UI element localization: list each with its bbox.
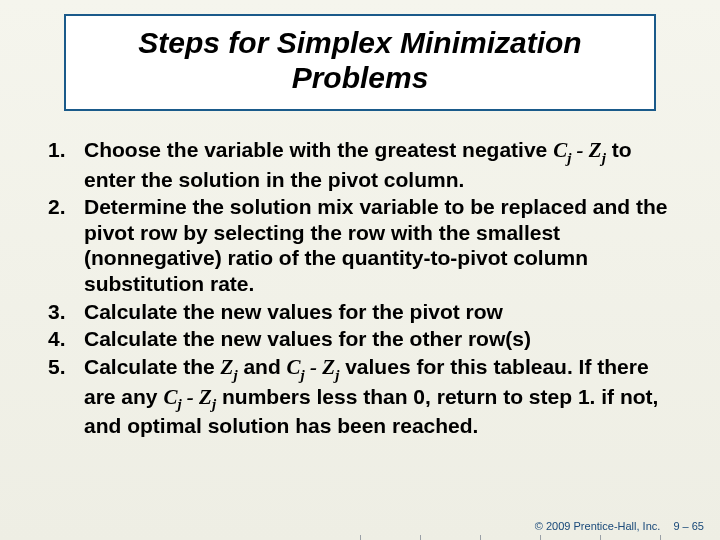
math-minus: -: [571, 138, 589, 162]
math-Z: Z: [322, 355, 335, 379]
title-box: Steps for Simplex Minimization Problems: [64, 14, 656, 111]
math-Z: Z: [199, 385, 212, 409]
math-and: and: [238, 355, 287, 378]
page-number: 9 – 65: [673, 520, 704, 532]
math-sub-j: j: [602, 150, 606, 166]
slide-title: Steps for Simplex Minimization Problems: [82, 26, 638, 95]
list-item: Determine the solution mix variable to b…: [38, 194, 682, 296]
math-C: C: [287, 355, 301, 379]
list-item: Choose the variable with the greatest ne…: [38, 137, 682, 192]
math-C: C: [163, 385, 177, 409]
list-item: Calculate the new values for the other r…: [38, 326, 682, 352]
step-text: Calculate the: [84, 355, 221, 378]
footer: © 2009 Prentice-Hall, Inc. 9 – 65: [535, 520, 704, 532]
list-item: Calculate the Zj and Cj - Zj values for …: [38, 354, 682, 439]
step-text: Calculate the new values for the pivot r…: [84, 300, 503, 323]
math-sub-j: j: [212, 396, 216, 412]
math-minus: -: [182, 385, 200, 409]
step-text: Calculate the new values for the other r…: [84, 327, 531, 350]
math-sub-j: j: [335, 367, 339, 383]
list-item: Calculate the new values for the pivot r…: [38, 299, 682, 325]
math-sub-j: j: [177, 396, 181, 412]
ruler-ticks: [0, 534, 720, 540]
steps-list: Choose the variable with the greatest ne…: [38, 137, 682, 439]
math-Z: Z: [221, 355, 234, 379]
math-sub-j: j: [301, 367, 305, 383]
slide: Steps for Simplex Minimization Problems …: [0, 0, 720, 540]
step-text: Determine the solution mix variable to b…: [84, 195, 667, 295]
math-Z: Z: [589, 138, 602, 162]
content-area: Choose the variable with the greatest ne…: [28, 137, 692, 439]
math-C: C: [553, 138, 567, 162]
math-sub-j: j: [233, 367, 237, 383]
copyright-text: © 2009 Prentice-Hall, Inc.: [535, 520, 661, 532]
step-text: Choose the variable with the greatest ne…: [84, 138, 553, 161]
math-sub-j: j: [567, 150, 571, 166]
math-minus: -: [305, 355, 323, 379]
